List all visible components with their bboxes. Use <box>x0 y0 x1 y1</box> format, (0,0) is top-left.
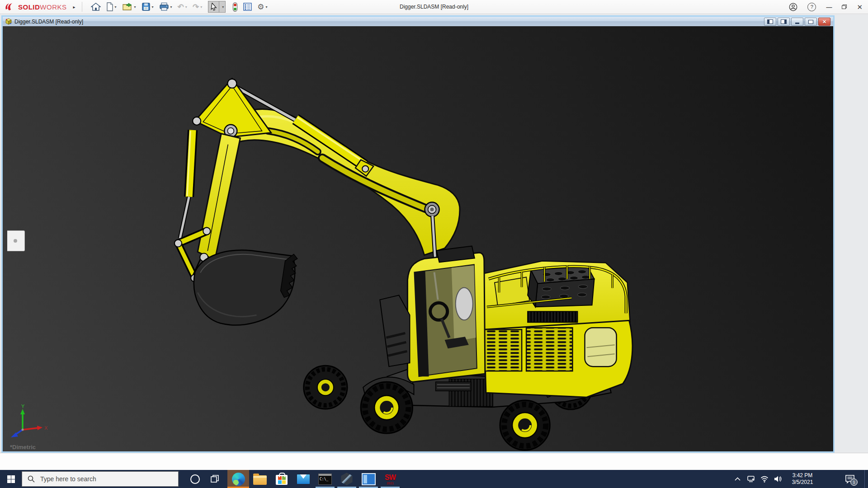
save-dropdown[interactable]: ▾ <box>152 5 154 9</box>
graphics-viewport[interactable]: Y X *Dimetric <box>3 26 833 451</box>
taskbar-app-hexagon[interactable] <box>336 470 358 488</box>
options-button[interactable]: ⚙ ▾ <box>256 0 269 13</box>
doc-minimize-button[interactable] <box>791 18 803 26</box>
mail-icon <box>297 474 310 484</box>
home-icon <box>91 2 101 11</box>
options-dropdown[interactable]: ▾ <box>265 5 267 9</box>
print-button[interactable]: ▾ <box>158 0 174 13</box>
orientation-triad: Y X <box>9 404 48 441</box>
evaluate-list-icon <box>243 3 252 11</box>
solidworks-app-icon: SW 2021 <box>385 474 396 485</box>
undo-dropdown[interactable]: ▾ <box>185 5 187 9</box>
print-dropdown[interactable]: ▾ <box>170 5 172 9</box>
undo-button[interactable]: ↶ ▾ <box>176 0 189 13</box>
save-button[interactable]: ▾ <box>140 0 155 13</box>
file-explorer-icon <box>253 475 267 485</box>
save-icon <box>142 2 151 11</box>
window-controls: ? — ✕ <box>789 0 863 14</box>
search-icon <box>28 475 35 483</box>
tray-volume-button[interactable] <box>771 470 785 488</box>
upper-body <box>481 261 632 397</box>
cab <box>407 246 485 391</box>
clock-date: 3/5/2021 <box>788 479 816 486</box>
select-tool-button[interactable] <box>208 1 219 13</box>
minimize-button[interactable]: — <box>826 4 832 10</box>
tray-chevron-button[interactable] <box>731 470 744 488</box>
triad-x-label: X <box>44 425 48 431</box>
app-title: Digger.SLDASM [Read-only] <box>400 4 468 10</box>
wifi-icon <box>760 476 769 483</box>
redo-icon: ↷ <box>193 2 199 12</box>
bucket <box>194 250 297 325</box>
solidworks-logo: SOLIDWORKS <box>5 2 67 11</box>
start-button[interactable] <box>0 470 22 488</box>
redo-button[interactable]: ↷ ▾ <box>191 0 203 13</box>
taskbar-app-store[interactable] <box>271 470 292 488</box>
status-bar <box>0 453 868 470</box>
excavator-model <box>3 26 833 451</box>
taskbar-app-media[interactable] <box>358 470 379 488</box>
show-desktop-button[interactable] <box>864 470 868 488</box>
document-window-buttons: ✕ <box>764 18 830 26</box>
hexagon-app-icon <box>340 473 353 485</box>
home-button[interactable] <box>90 0 102 13</box>
windows-logo-icon <box>7 475 15 483</box>
doc-restore-button[interactable] <box>805 18 817 26</box>
rebuild-button[interactable] <box>231 0 239 13</box>
tray-network-button[interactable] <box>758 470 771 488</box>
undo-icon: ↶ <box>178 2 184 12</box>
new-document-button[interactable]: ▾ <box>105 0 118 13</box>
open-dropdown[interactable]: ▾ <box>134 5 136 9</box>
taskbar-app-mail[interactable] <box>292 470 314 488</box>
taskbar-app-edge[interactable] <box>227 470 249 488</box>
taskbar-app-file-explorer[interactable] <box>249 470 271 488</box>
new-document-icon <box>106 2 113 11</box>
cortana-button[interactable] <box>185 470 205 488</box>
menu-flyout-icon[interactable]: ▸ <box>73 5 75 9</box>
evaluate-button[interactable] <box>242 0 253 13</box>
open-button[interactable]: ▾ <box>121 0 137 13</box>
select-tool-dropdown[interactable]: ▾ <box>219 1 226 13</box>
account-icon[interactable] <box>789 3 797 11</box>
fenders <box>363 295 414 396</box>
desktop: SOLIDWORKS ▸ ▾ ▾ <box>0 0 868 488</box>
task-view-icon <box>211 475 219 483</box>
assembly-icon <box>5 18 12 25</box>
taskbar-app-terminal[interactable]: C:\_ <box>314 470 336 488</box>
task-view-button[interactable] <box>205 470 225 488</box>
feature-tree-collapsed-tab[interactable] <box>7 230 25 251</box>
help-icon[interactable]: ? <box>807 3 816 11</box>
microsoft-store-icon <box>276 475 288 485</box>
triad-y-label: Y <box>21 404 25 409</box>
restore-button[interactable] <box>842 5 847 9</box>
search-input[interactable] <box>39 475 163 483</box>
document-titlebar[interactable]: Digger.SLDASM [Read-only] ✕ <box>3 17 833 27</box>
notification-badge: 1 <box>850 479 858 486</box>
traffic-light-icon <box>232 2 238 12</box>
redo-dropdown[interactable]: ▾ <box>200 5 202 9</box>
tray-device-button[interactable] <box>744 470 758 488</box>
taskbar-search[interactable] <box>22 471 179 487</box>
clock-time: 3:42 PM <box>788 472 816 479</box>
blue-window-app-icon <box>362 473 376 485</box>
app-toolbar: SOLIDWORKS ▸ ▾ ▾ <box>0 0 868 14</box>
taskbar-clock[interactable]: 3:42 PM 3/5/2021 <box>788 472 816 486</box>
monitor-icon <box>747 475 755 483</box>
close-button[interactable]: ✕ <box>857 4 863 10</box>
cortana-icon <box>190 474 200 484</box>
toolbar-separator <box>82 2 82 12</box>
solidworks-logo-icon <box>5 2 16 11</box>
doc-pane-right-button[interactable] <box>778 18 790 26</box>
doc-close-button[interactable]: ✕ <box>818 18 830 26</box>
doc-pane-left-button[interactable] <box>764 18 776 26</box>
document-title: Digger.SLDASM [Read-only] <box>14 19 83 25</box>
edge-icon <box>232 473 245 486</box>
action-center-button[interactable]: 1 <box>841 470 859 488</box>
speaker-icon <box>774 475 782 483</box>
taskbar-app-solidworks[interactable]: SW 2021 <box>379 470 401 488</box>
select-cursor-icon <box>210 3 217 11</box>
new-document-dropdown[interactable]: ▾ <box>115 5 117 9</box>
document-window: Digger.SLDASM [Read-only] ✕ <box>1 15 835 453</box>
taskbar: C:\_ SW 2021 <box>0 470 868 488</box>
gear-icon: ⚙ <box>257 2 264 12</box>
